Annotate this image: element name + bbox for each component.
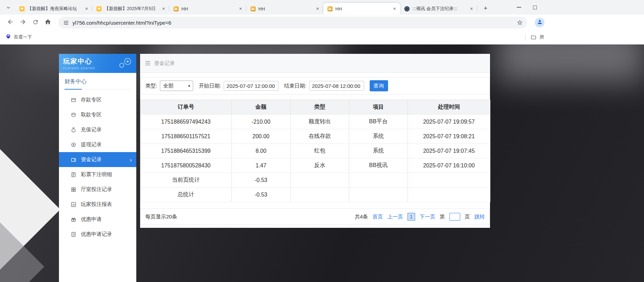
page-suffix-label: 页: [465, 214, 470, 220]
sidebar-menu: 存款专区 取款专区 充值记录 提现记录 资金记录 › 彩票下注明细: [59, 92, 136, 242]
site-settings-icon[interactable]: [63, 20, 69, 26]
table-row-total-summary: 总统计 -0.53: [140, 188, 490, 202]
tab-2[interactable]: 【新提醒】2025年7月5日 ✕: [92, 3, 169, 15]
type-select[interactable]: 全部 ▾: [160, 81, 193, 91]
checklist-icon: [71, 232, 76, 237]
folder-icon: [531, 34, 536, 40]
close-icon[interactable]: ✕: [469, 6, 474, 12]
tab-title: HH: [258, 6, 312, 11]
sidebar-item-deposit[interactable]: 存款专区: [59, 92, 136, 107]
sidebar-item-bet-report[interactable]: 玩家投注报表: [59, 197, 136, 212]
cell-amount: -210.00: [232, 115, 291, 129]
sidebar-item-hall-bet-records[interactable]: 厅室投注记录: [59, 182, 136, 197]
back-button[interactable]: [4, 16, 17, 29]
table-row: 1751886597494243 -210.00 额度转出 BB平台 2025-…: [140, 115, 490, 129]
bookmark-label: 百度一下: [14, 34, 32, 40]
col-order: 订单号: [140, 100, 232, 115]
prev-page-link[interactable]: 上一页: [387, 214, 403, 220]
bookmark-baidu[interactable]: 百度一下: [6, 34, 32, 40]
tab-6[interactable]: :::视讯 会员下注纪录::: ✕: [400, 3, 477, 15]
home-button[interactable]: [42, 16, 54, 29]
coin-icon: [71, 142, 76, 148]
background-light-streak: [496, 44, 644, 83]
chevron-right-icon: ›: [130, 157, 132, 163]
close-icon[interactable]: ✕: [315, 6, 320, 12]
bookmark-star-icon[interactable]: [517, 19, 523, 26]
new-tab-button[interactable]: +: [481, 3, 490, 13]
tab-title: HH: [335, 6, 389, 11]
type-label: 类型:: [145, 83, 157, 89]
sidebar-item-funds-records[interactable]: 资金记录 ›: [59, 152, 136, 167]
sidebar-item-lottery-bets[interactable]: 彩票下注明细: [59, 167, 136, 182]
back-arrow-icon: [7, 18, 14, 27]
pagination-controls: 共4条 首页 上一页 1 下一页 第 页 跳转: [355, 213, 485, 221]
current-page-indicator[interactable]: 1: [407, 213, 415, 221]
cell-order: 总统计: [140, 188, 232, 202]
bar-chart-icon: [71, 202, 76, 207]
start-date-label: 开始日期:: [199, 83, 221, 89]
document-list-icon: [71, 172, 76, 177]
col-type: 类型: [291, 100, 349, 115]
table-header-row: 订单号 金额 类型 项目 处理时间: [140, 100, 490, 115]
sidebar-item-withdraw-records[interactable]: 提现记录: [59, 137, 136, 152]
all-bookmarks[interactable]: 所: [525, 31, 544, 44]
close-icon[interactable]: ✕: [84, 6, 89, 12]
tab-search-button[interactable]: [3, 3, 13, 13]
next-page-link[interactable]: 下一页: [420, 214, 435, 220]
coins-stack-icon: [71, 112, 76, 118]
tab-title: :::视讯 会员下注纪录:::: [412, 6, 466, 12]
chevron-down-icon: [6, 5, 11, 11]
all-bookmarks-label: 所: [540, 34, 544, 40]
forum-yellow-icon: [19, 6, 25, 11]
pagination-bar: 每页显示20条 共4条 首页 上一页 1 下一页 第 页 跳转: [140, 208, 490, 225]
forum-yellow-icon: [96, 6, 102, 11]
cell-order: 1751886465315399: [140, 144, 232, 158]
minimize-icon[interactable]: [517, 7, 521, 8]
gold-site-icon: [250, 6, 256, 11]
cell-project: [349, 173, 408, 188]
grid-icon: [71, 187, 76, 192]
bookmarks-bar: 百度一下 所: [0, 31, 644, 44]
cell-order: 1751886501157521: [140, 129, 232, 144]
start-date-input[interactable]: [224, 81, 278, 91]
cell-time: 2025-07-07 19:08:21: [408, 129, 490, 144]
page-number-input[interactable]: [449, 213, 460, 221]
close-icon[interactable]: ✕: [392, 6, 397, 12]
sidebar-item-label: 优惠申请记录: [81, 231, 112, 238]
tab-1[interactable]: 【新提醒】海燕策略论坛 ✕: [15, 3, 92, 15]
col-project: 项目: [349, 100, 408, 115]
main-panel: 资金记录 类型: 全部 ▾ 开始日期: 结束日期: 查询 订单号 金额 类型: [140, 54, 490, 228]
sidebar-item-promo-apply[interactable]: 优惠申请: [59, 212, 136, 227]
first-page-link[interactable]: 首页: [372, 214, 383, 220]
cell-project: 系统: [349, 129, 408, 144]
page-prefix-label: 第: [440, 214, 445, 220]
sidebar-item-promo-records[interactable]: 优惠申请记录: [59, 227, 136, 242]
sidebar-item-withdraw[interactable]: 取款专区: [59, 107, 136, 122]
end-date-input[interactable]: [309, 81, 364, 91]
caret-down-icon: ▾: [188, 84, 190, 88]
query-button[interactable]: 查询: [370, 80, 388, 91]
maximize-icon[interactable]: [533, 6, 537, 9]
tab-5-active[interactable]: HH ✕: [323, 3, 400, 15]
cell-amount: 8.00: [232, 144, 291, 158]
omnibox[interactable]: yl756.com/hhcp/usercenter.html?iniType=6: [58, 17, 527, 28]
cell-time: 2025-07-07 19:07:45: [408, 144, 490, 158]
filter-bar: 类型: 全部 ▾ 开始日期: 结束日期: 查询: [140, 77, 490, 94]
cell-type: 红包: [291, 144, 349, 158]
sidebar-item-recharge-records[interactable]: 充值记录: [59, 122, 136, 137]
dark-globe-icon: [404, 6, 410, 11]
forward-button[interactable]: [17, 16, 29, 29]
reload-button[interactable]: [29, 16, 42, 29]
close-icon[interactable]: ✕: [161, 6, 166, 12]
cell-amount: -0.53: [232, 173, 291, 188]
tab-4[interactable]: HH ✕: [246, 3, 323, 15]
profile-avatar[interactable]: [535, 18, 544, 27]
baidu-paw-icon: [6, 34, 11, 40]
end-date-label: 结束日期:: [284, 83, 306, 89]
jump-link[interactable]: 跳转: [474, 214, 485, 220]
tab-3[interactable]: HH ✕: [169, 3, 246, 15]
sidebar-item-label: 厅室投注记录: [81, 186, 112, 193]
url-text: yl756.com/hhcp/usercenter.html?iniType=6: [72, 20, 513, 26]
cell-order: 1751875800528430: [140, 158, 232, 173]
close-icon[interactable]: ✕: [238, 6, 243, 12]
